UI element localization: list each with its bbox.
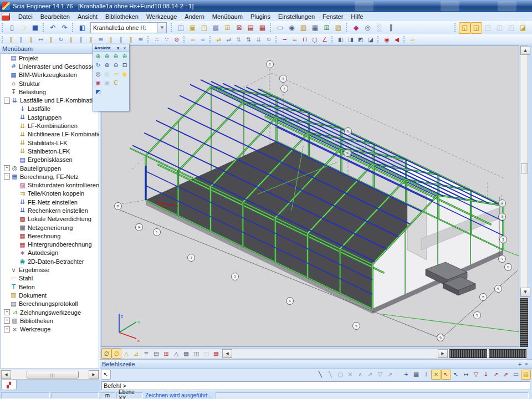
- tree-item-beton[interactable]: TBeton: [1, 283, 99, 291]
- tree-item-nichtlineare-lf-kombinationen[interactable]: ⇊Nichtlineare LF-Kombinationen: [1, 130, 99, 139]
- camera-view-button[interactable]: ▣: [94, 79, 103, 88]
- tree-item-linienraster-und-geschosse[interactable]: #Linienraster und Geschosse: [1, 62, 99, 70]
- copy-member-button[interactable]: ∥: [16, 34, 26, 44]
- connect-entities-button[interactable]: ∞: [188, 34, 198, 44]
- model-canvas[interactable]: BA1234567894321023456zYx: [101, 45, 519, 347]
- properties-side-tab[interactable]: ▞: [1, 380, 17, 390]
- tree-item-lokale-netzverdichtung[interactable]: ▩Lokale Netzverdichtung: [1, 215, 99, 223]
- view-z-button[interactable]: ⊕: [111, 52, 120, 61]
- calculation-frame-button[interactable]: ▤: [245, 22, 257, 34]
- paperspace-gallery-button[interactable]: ▦: [309, 22, 321, 34]
- break-member-button[interactable]: ∥: [116, 34, 126, 44]
- connect-link-6-button[interactable]: ↻: [264, 34, 274, 44]
- tree-item-ergebnisklassen[interactable]: ▤Ergebnisklassen: [1, 156, 99, 164]
- connect-link-5-button[interactable]: ⇊: [254, 34, 264, 44]
- document-edit-button[interactable]: ▧: [332, 22, 344, 34]
- tree-item-netzgenerierung[interactable]: ▩Netzgenerierung: [1, 223, 99, 232]
- render-surface-button[interactable]: ∅: [111, 349, 121, 359]
- rotate-bar-vertical[interactable]: [520, 298, 528, 347]
- rotate-bar-horizontal-1[interactable]: [449, 349, 487, 358]
- show-model-data-button[interactable]: ⊞: [161, 349, 171, 359]
- collapse-toolbar-button[interactable]: ◀: [222, 349, 232, 358]
- intersect-member-button[interactable]: ≡: [136, 34, 146, 44]
- dropdown-arrow-icon[interactable]: ▼: [157, 23, 166, 33]
- menu-werkzeuge[interactable]: Werkzeuge: [142, 13, 181, 21]
- connect-link-2-button[interactable]: ⇄: [224, 34, 234, 44]
- draw-line-button[interactable]: ─: [280, 34, 290, 44]
- expand-icon[interactable]: +: [4, 326, 10, 332]
- menu-einstellungen[interactable]: Einstellungen: [274, 13, 319, 21]
- zoom-document-button[interactable]: ◎: [362, 22, 374, 34]
- results-frame-button[interactable]: ▦: [257, 22, 268, 34]
- tree-item-bauteilgruppen[interactable]: +◎Bauteilgruppen: [1, 164, 99, 172]
- zoom-all-button[interactable]: ◎: [94, 70, 103, 79]
- mirror-member-button[interactable]: ∥: [46, 34, 56, 44]
- window-layout-5-button[interactable]: ◰: [505, 22, 517, 34]
- snap-peak-button[interactable]: ∧: [355, 370, 365, 380]
- menu-hilfe[interactable]: Hilfe: [347, 13, 367, 21]
- show-labels-button[interactable]: ≡: [141, 349, 151, 359]
- snap-cursor-pin-button[interactable]: +: [401, 370, 411, 380]
- scroll-right-icon[interactable]: ▶: [89, 370, 99, 379]
- window-layout-2-button[interactable]: ◲: [470, 22, 482, 34]
- tree-item-lastgruppen[interactable]: ⇊Lastgruppen: [1, 113, 99, 121]
- snap-dot-grid-button[interactable]: ▦: [411, 370, 421, 380]
- tree-item-struktur[interactable]: ⌂Struktur: [1, 79, 99, 88]
- snap-select-button[interactable]: ↖: [441, 370, 451, 380]
- connect-link-4-button[interactable]: ⇅: [244, 34, 254, 44]
- window-layout-1-button[interactable]: ◱: [459, 22, 470, 34]
- scroll-thumb[interactable]: |||: [27, 371, 79, 378]
- tree-item-projekt[interactable]: ▤Projekt: [1, 54, 99, 62]
- snap-midpoint-button[interactable]: ▽: [471, 370, 481, 380]
- camera-save-button[interactable]: ▣: [103, 79, 111, 88]
- snap-endpoint-button[interactable]: ×: [431, 370, 441, 380]
- expand-icon[interactable]: +: [4, 318, 10, 324]
- snap-dir-button[interactable]: ↗: [365, 370, 375, 380]
- draw-dimension-button[interactable]: =: [290, 34, 300, 44]
- menu--ndern[interactable]: Ändern: [181, 13, 208, 21]
- open-project-button[interactable]: ▱: [18, 22, 29, 34]
- close-icon[interactable]: ×: [121, 45, 128, 52]
- mesh-generate-button[interactable]: ⊠: [233, 22, 245, 34]
- clipping-box-button[interactable]: C: [111, 79, 120, 88]
- menu-fenster[interactable]: Fenster: [319, 13, 347, 21]
- window-restore-button[interactable]: ◪: [517, 22, 529, 34]
- snap-table-button[interactable]: ▤: [521, 370, 531, 380]
- view-x-button[interactable]: ⊕: [94, 52, 103, 61]
- tree-item-bim-werkzeugkasten[interactable]: ▦BIM-Werkzeugkasten: [1, 71, 99, 79]
- paperspace-4-button[interactable]: ◪: [366, 34, 376, 44]
- copy-attributes-button[interactable]: ▩: [210, 22, 222, 34]
- show-local-axes-button[interactable]: △: [171, 349, 181, 359]
- connect-member-button[interactable]: ∥: [76, 34, 86, 44]
- paste-attributes-button[interactable]: ⊞: [222, 22, 233, 34]
- tree-item-berechnung[interactable]: ▦Berechnung: [1, 232, 99, 240]
- menu-ansicht[interactable]: Ansicht: [74, 13, 101, 21]
- connect-link-1-button[interactable]: ⇄: [214, 34, 224, 44]
- tree-item-dokument[interactable]: ▥Dokument: [1, 291, 99, 299]
- multicopy-button[interactable]: ∥: [26, 34, 36, 44]
- show-text-button[interactable]: ▤: [151, 349, 161, 359]
- pin-icon[interactable]: +: [516, 361, 523, 367]
- member-info-button[interactable]: ‖: [385, 22, 397, 34]
- view-folder-button[interactable]: ▱: [111, 70, 120, 79]
- visibility-eye-button[interactable]: ◉: [382, 34, 392, 44]
- show-layers-button[interactable]: ◫: [191, 349, 201, 359]
- window-layout-4-button[interactable]: ◰: [494, 22, 505, 34]
- snap-line-mid-button[interactable]: ╲: [325, 370, 335, 380]
- snap-line-button[interactable]: ╲: [315, 370, 325, 380]
- rotate-bar-horizontal-2[interactable]: [489, 349, 526, 358]
- tree-item-stahlbeton-lfk[interactable]: ⇊Stahlbeton-LFK: [1, 147, 99, 155]
- collapse-icon[interactable]: −: [4, 98, 10, 104]
- menu-bibliotheken[interactable]: Bibliotheken: [101, 13, 142, 21]
- redo-button[interactable]: ↷: [59, 22, 70, 34]
- sidebar-hscrollbar[interactable]: ◀ ||| ▶: [1, 370, 99, 380]
- tree-item-bibliotheken[interactable]: +▥Bibliotheken: [1, 316, 99, 325]
- tree-item-stahl[interactable]: ⌐Stahl: [1, 274, 99, 283]
- vscroll-thumb[interactable]: [521, 163, 528, 173]
- tree-item-berechnung-fe-netz[interactable]: −▦Berechnung, FE-Netz: [1, 172, 99, 181]
- light-bulb-button[interactable]: ●: [120, 70, 129, 79]
- rotate-member-button[interactable]: ↻: [56, 34, 66, 44]
- show-ghost-button[interactable]: ◫: [201, 349, 211, 359]
- collapse-icon[interactable]: −: [4, 173, 10, 180]
- ansicht-palette-header[interactable]: Ansicht ▼ ×: [93, 44, 129, 52]
